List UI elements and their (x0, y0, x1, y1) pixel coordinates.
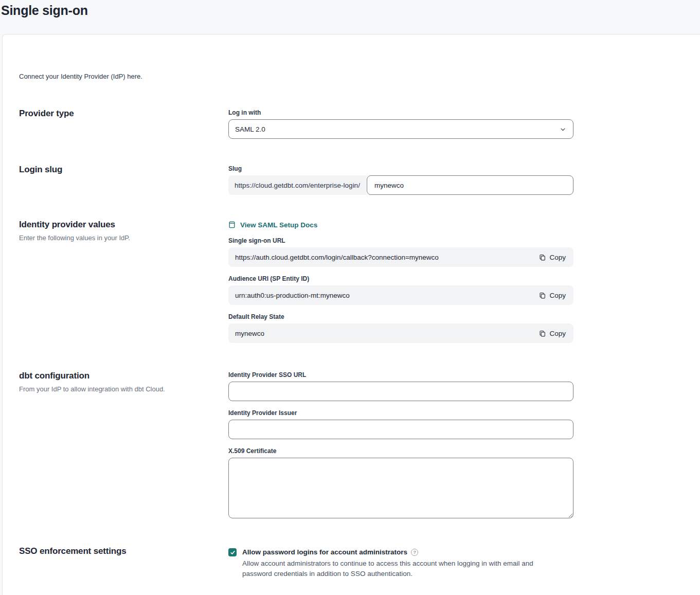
section-sso-enforcement: SSO enforcement settings Allow password … (3, 547, 700, 579)
copy-icon (539, 254, 546, 261)
sso-url-label: Single sign-on URL (228, 238, 573, 244)
slug-label: Slug (228, 166, 573, 172)
view-saml-docs-link[interactable]: View SAML Setup Docs (228, 221, 317, 229)
copy-icon (539, 292, 546, 299)
idp-values-heading: Identity provider values (19, 219, 228, 230)
help-icon[interactable]: ? (411, 549, 418, 556)
allow-password-logins-label[interactable]: Allow password logins for account admini… (242, 547, 407, 557)
idp-issuer-input[interactable] (228, 420, 573, 439)
intro-text: Connect your Identity Provider (IdP) her… (19, 73, 700, 80)
audience-uri-label: Audience URI (SP Entity ID) (228, 276, 573, 282)
checkmark-icon (230, 550, 236, 555)
relay-state-value: mynewco (235, 330, 264, 337)
section-idp-values: Identity provider values Enter the follo… (3, 221, 700, 343)
login-with-label: Log in with (228, 110, 573, 116)
login-with-select[interactable]: SAML 2.0 (228, 119, 573, 139)
audience-uri-value: urn:auth0:us-production-mt:mynewco (235, 292, 350, 299)
sso-url-value: https://auth.cloud.getdbt.com/login/call… (235, 254, 439, 261)
dbt-config-heading: dbt configuration (19, 370, 228, 382)
idp-values-subheading: Enter the following values in your IdP. (19, 234, 228, 242)
login-with-selected-value: SAML 2.0 (235, 125, 265, 133)
copy-icon (539, 330, 546, 337)
sso-enforcement-heading: SSO enforcement settings (19, 546, 228, 557)
copy-button-label: Copy (549, 330, 566, 337)
copy-relay-state-button[interactable]: Copy (538, 330, 567, 337)
slug-field-group: https://cloud.getdbt.com/enterprise-logi… (228, 175, 573, 195)
x509-certificate-textarea[interactable] (228, 458, 573, 518)
section-provider-type: Provider type Log in with SAML 2.0 (3, 110, 700, 139)
copy-sso-url-button[interactable]: Copy (538, 254, 567, 261)
allow-password-logins-checkbox[interactable] (228, 548, 237, 556)
page-title: Single sign-on (1, 2, 700, 19)
allow-password-logins-description: Allow account administrators to continue… (242, 558, 561, 579)
provider-type-heading: Provider type (19, 108, 228, 119)
copy-button-label: Copy (549, 292, 566, 299)
section-login-slug: Login slug Slug https://cloud.getdbt.com… (3, 166, 700, 195)
x509-certificate-label: X.509 Certificate (228, 448, 573, 454)
slug-input[interactable] (367, 175, 573, 195)
slug-url-prefix: https://cloud.getdbt.com/enterprise-logi… (228, 175, 366, 195)
idp-issuer-label: Identity Provider Issuer (228, 410, 573, 416)
dbt-config-subheading: From your IdP to allow integration with … (19, 385, 228, 393)
allow-password-logins-row: Allow password logins for account admini… (228, 547, 573, 579)
copy-button-label: Copy (549, 254, 566, 261)
view-saml-docs-label: View SAML Setup Docs (240, 221, 317, 229)
chevron-down-icon (560, 127, 566, 132)
audience-uri-field: urn:auth0:us-production-mt:mynewco Copy (228, 285, 573, 305)
settings-card: Connect your Identity Provider (IdP) her… (2, 34, 700, 595)
idp-sso-url-input[interactable] (228, 382, 573, 401)
login-slug-heading: Login slug (19, 164, 228, 175)
relay-state-label: Default Relay State (228, 314, 573, 320)
page-header: Single sign-on (0, 0, 700, 34)
sso-url-field: https://auth.cloud.getdbt.com/login/call… (228, 247, 573, 267)
relay-state-field: mynewco Copy (228, 323, 573, 343)
journal-doc-icon (228, 221, 236, 229)
idp-sso-url-label: Identity Provider SSO URL (228, 372, 573, 378)
section-dbt-configuration: dbt configuration From your IdP to allow… (3, 372, 700, 520)
copy-audience-uri-button[interactable]: Copy (538, 292, 567, 299)
